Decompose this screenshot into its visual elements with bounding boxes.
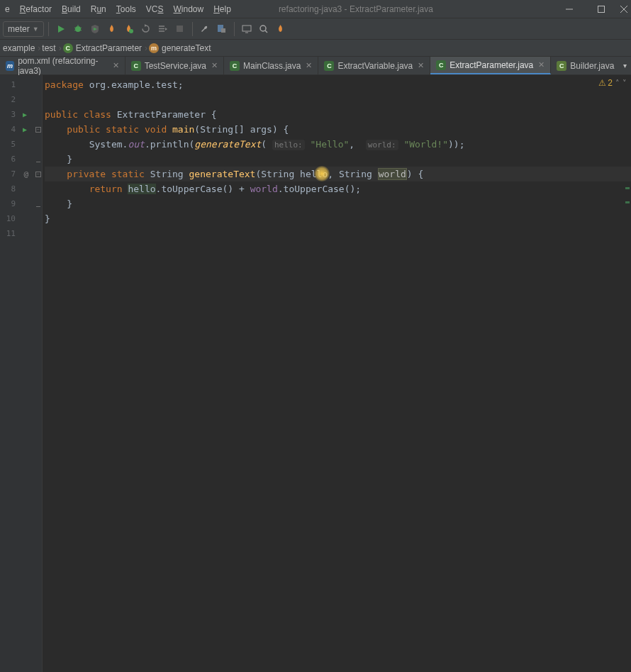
tab-builder[interactable]: C Builder.java [551, 57, 618, 74]
search-button[interactable] [256, 21, 272, 37]
flame-icon [124, 24, 133, 33]
override-gutter-icon[interactable]: @ [23, 169, 28, 179]
step-button[interactable] [155, 21, 171, 37]
toolbar: meter ▼ [0, 18, 631, 40]
java-class-icon: C [131, 61, 141, 71]
profile-app-button[interactable] [273, 21, 289, 37]
close-icon [620, 5, 628, 13]
chevron-up-icon[interactable]: ˄ [615, 79, 620, 88]
close-tab-icon[interactable]: ✕ [537, 60, 546, 69]
build-button[interactable] [197, 21, 213, 37]
tab-testservice[interactable]: C TestService.java ✕ [125, 57, 224, 74]
inlay-hint: world: [366, 140, 398, 150]
minimize-button[interactable] [553, 0, 585, 18]
tab-extractparameter[interactable]: C ExtractParameter.java ✕ [430, 57, 551, 74]
flame-icon [276, 24, 285, 33]
svg-point-5 [75, 26, 81, 32]
breadcrumb-test[interactable]: test [39, 43, 60, 53]
close-tab-icon[interactable]: ✕ [416, 61, 425, 70]
svg-marker-4 [58, 26, 65, 33]
fold-handle[interactable] [36, 157, 40, 162]
editor-tabs: m pom.xml (refactoring-java3) ✕ C TestSe… [0, 57, 631, 75]
svg-marker-13 [145, 24, 147, 27]
warning-icon: ⚠ 2 [598, 78, 613, 88]
java-class-icon: C [324, 61, 334, 71]
wrench-icon [200, 24, 209, 33]
svg-marker-17 [165, 28, 167, 30]
error-stripe[interactable] [624, 75, 631, 672]
flame-icon [107, 24, 116, 33]
highlighted-param: world [378, 168, 407, 180]
code-area[interactable]: package org.example.test; public class E… [43, 75, 631, 672]
java-class-icon: C [436, 60, 446, 70]
debug-button[interactable] [70, 21, 86, 37]
method-icon: m [149, 43, 159, 53]
chevron-down-icon: ▼ [33, 26, 39, 33]
bug-icon [73, 24, 83, 34]
close-tab-icon[interactable]: ✕ [111, 61, 121, 70]
tab-mainclass[interactable]: C MainClass.java ✕ [224, 57, 318, 74]
line-gutter[interactable]: 1 2 3▶ 4▶ 5 6 7@ 8 9 10 11 [0, 75, 34, 672]
svg-rect-18 [177, 26, 183, 32]
menubar: e Refactor Build Run Tools VCS Window He… [0, 0, 631, 18]
marker[interactable] [625, 201, 630, 203]
file-button[interactable] [214, 21, 230, 37]
close-tab-icon[interactable]: ✕ [210, 61, 219, 70]
breadcrumbs: example test C ExtractParameter m genera… [0, 40, 631, 57]
tab-extractvariable[interactable]: C ExtractVariable.java ✕ [318, 57, 430, 74]
editor[interactable]: 1 2 3▶ 4▶ 5 6 7@ 8 9 10 11 − − package o… [0, 75, 631, 672]
maven-icon: m [6, 61, 14, 71]
menu-item-refactor[interactable]: Refactor [15, 2, 57, 16]
run-config-selector[interactable]: meter ▼ [3, 21, 44, 37]
stop-icon [176, 25, 184, 33]
menu-item-help[interactable]: Help [208, 2, 236, 16]
coverage-button[interactable] [87, 21, 103, 37]
run-gutter-icon[interactable]: ▶ [23, 111, 27, 118]
java-class-icon: C [230, 61, 240, 71]
chevron-down-icon: ▾ [623, 62, 627, 69]
svg-line-24 [265, 30, 267, 33]
fold-gutter: − − [34, 75, 43, 672]
maximize-icon [597, 5, 605, 13]
lines-icon [158, 24, 167, 33]
inspections-widget[interactable]: ⚠ 2 ˄ ˅ [598, 78, 627, 88]
close-tab-icon[interactable]: ✕ [304, 61, 313, 70]
menu-item-e[interactable]: e [0, 2, 15, 16]
rerun-icon [141, 24, 150, 33]
breadcrumb-method[interactable]: m generateText [146, 43, 215, 53]
class-icon: C [63, 43, 73, 53]
avd-button[interactable] [239, 21, 255, 37]
java-class-icon: C [557, 61, 566, 71]
profile-button[interactable] [104, 21, 120, 37]
search-icon [259, 24, 269, 34]
svg-point-12 [129, 29, 133, 33]
menu-item-build[interactable]: Build [57, 2, 86, 16]
fold-handle[interactable]: − [35, 172, 41, 177]
fold-handle[interactable]: − [35, 127, 41, 133]
tabs-overflow-button[interactable]: ▾ [618, 57, 631, 74]
rerun-button[interactable] [138, 21, 154, 37]
tab-pom[interactable]: m pom.xml (refactoring-java3) ✕ [0, 57, 125, 74]
run-config-label: meter [8, 24, 30, 34]
fold-handle[interactable] [36, 201, 40, 207]
close-button[interactable] [617, 0, 631, 18]
breadcrumb-example[interactable]: example [0, 43, 39, 53]
svg-rect-21 [242, 26, 251, 31]
menu-item-tools[interactable]: Tools [111, 2, 141, 16]
menu-item-window[interactable]: Window [169, 2, 209, 16]
window-title: refactoring-java3 - ExtractParameter.jav… [279, 4, 433, 14]
breadcrumb-class[interactable]: C ExtractParameter [60, 43, 146, 53]
file-tree-icon [217, 24, 226, 33]
shield-play-icon [90, 24, 100, 34]
profile-alt-button[interactable] [121, 21, 137, 37]
maximize-button[interactable] [585, 0, 617, 18]
device-icon [242, 25, 252, 33]
svg-rect-1 [598, 6, 604, 12]
play-icon [57, 25, 65, 33]
menu-item-run[interactable]: Run [86, 2, 111, 16]
stop-button[interactable] [172, 21, 188, 37]
run-gutter-icon[interactable]: ▶ [23, 125, 27, 133]
run-button[interactable] [53, 21, 69, 37]
menu-item-vcs[interactable]: VCS [141, 2, 169, 16]
marker[interactable] [625, 187, 630, 189]
